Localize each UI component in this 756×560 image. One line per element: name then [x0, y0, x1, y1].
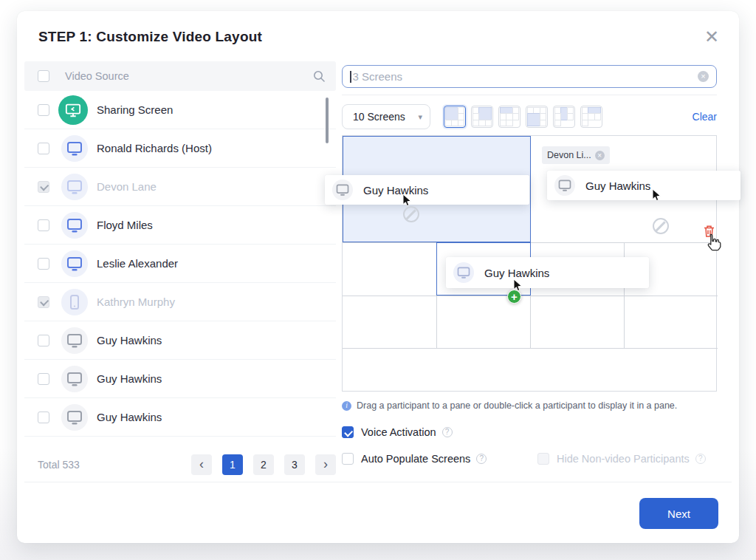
clear-input-icon[interactable]: × — [698, 71, 709, 82]
monitor-icon — [61, 135, 88, 162]
prev-page-button[interactable]: ‹ — [191, 454, 212, 475]
layout-thumbnail-big-top-right[interactable] — [471, 106, 493, 128]
participant-checkbox[interactable] — [38, 143, 49, 154]
layout-thumbnail-big-top-left[interactable] — [444, 106, 466, 128]
info-icon: i — [342, 401, 351, 411]
participant-checkbox[interactable] — [38, 335, 49, 346]
help-icon: ? — [695, 454, 706, 464]
drag-ghost-participant: Guy Hawkins — [446, 257, 649, 288]
list-item[interactable]: Ronald Richards (Host) — [24, 129, 336, 168]
next-button[interactable]: Next — [639, 498, 718, 529]
footer-divider — [24, 482, 732, 482]
participant-name: Sharing Screen — [97, 103, 173, 116]
video-source-title: Video Source — [65, 70, 313, 82]
participant-name: Guy Hawkins — [97, 334, 162, 346]
text-caret — [350, 71, 351, 83]
list-item[interactable]: Guy Hawkins — [24, 360, 336, 398]
voice-activation-label: Voice Activation — [361, 426, 436, 438]
participant-name: Devon Lane — [97, 180, 157, 193]
customize-video-layout-dialog: STEP 1: Customize Video Layout ✕ Video S… — [17, 11, 739, 543]
hide-nonvideo-label: Hide Non-video Participants — [557, 453, 690, 465]
help-icon[interactable]: ? — [476, 454, 487, 464]
auto-populate-label: Auto Populate Screens — [361, 453, 470, 465]
participant-checkbox[interactable] — [38, 258, 49, 270]
page-button-1[interactable]: 1 — [222, 454, 243, 475]
close-icon[interactable]: ✕ — [701, 26, 723, 48]
list-item[interactable]: Kathryn Murphy — [24, 283, 336, 321]
drag-ghost-name: Guy Hawkins — [585, 180, 650, 192]
monitor-icon — [61, 404, 88, 431]
dialog-title: STEP 1: Customize Video Layout — [38, 29, 262, 45]
participant-name: Ronald Richards (Host) — [97, 142, 212, 154]
monitor-icon — [61, 366, 88, 392]
phone-icon — [61, 289, 88, 315]
monitor-icon — [554, 175, 575, 196]
mouse-cursor-icon — [513, 279, 523, 292]
hint-text: Drag a participant to a pane or double-c… — [357, 400, 677, 411]
list-item[interactable]: Guy Hawkins — [24, 398, 336, 437]
page-button-2[interactable]: 2 — [253, 454, 274, 475]
participant-checkbox[interactable] — [38, 104, 49, 116]
remove-tag-icon[interactable]: × — [595, 151, 605, 160]
layout-thumbnails — [444, 106, 602, 128]
layout-thumbnail-big-center[interactable] — [553, 106, 575, 128]
monitor-icon — [61, 212, 88, 239]
layout-thumbnail-big-bottom-left[interactable] — [526, 106, 548, 128]
participant-name: Guy Hawkins — [97, 372, 162, 385]
mouse-cursor-icon — [402, 194, 412, 207]
assigned-participant-tag: Devon Li... × — [542, 146, 610, 164]
participant-checkbox[interactable] — [38, 296, 49, 308]
monitor-icon — [332, 180, 353, 200]
list-item[interactable]: Guy Hawkins — [24, 321, 336, 360]
layout-thumbnail-big-top-wide[interactable] — [498, 106, 520, 128]
total-count: Total 533 — [38, 459, 181, 471]
video-source-header: Video Source — [24, 61, 336, 91]
next-page-button[interactable]: › — [315, 454, 336, 475]
search-value: 3 Screens — [353, 70, 698, 83]
grid-line — [343, 348, 718, 349]
hide-nonvideo-option: Hide Non-video Participants ? — [537, 453, 706, 465]
drag-ghost-name: Guy Hawkins — [484, 267, 549, 279]
tag-label: Devon Li... — [547, 150, 591, 160]
chevron-down-icon: ▾ — [418, 112, 422, 122]
voice-activation-checkbox[interactable] — [342, 426, 354, 438]
layout-thumbnail-big-top-center[interactable] — [580, 106, 602, 128]
monitor-icon — [61, 327, 88, 354]
video-source-panel: Video Source Sharing Screen Ronald Rich — [24, 61, 336, 482]
list-scrollbar[interactable] — [326, 98, 329, 143]
monitor-icon — [453, 262, 474, 283]
hide-nonvideo-checkbox — [537, 453, 549, 465]
participant-name: Leslie Alexander — [97, 257, 178, 270]
no-drop-icon — [403, 206, 419, 222]
list-item[interactable]: Devon Lane — [24, 168, 336, 206]
no-drop-icon — [653, 218, 669, 234]
participant-checkbox[interactable] — [38, 412, 49, 423]
auto-populate-checkbox[interactable] — [342, 453, 354, 465]
list-item[interactable]: Leslie Alexander — [24, 245, 336, 283]
search-icon[interactable] — [313, 70, 326, 83]
select-all-checkbox[interactable] — [38, 70, 49, 82]
drag-ghost-name: Guy Hawkins — [363, 184, 428, 197]
participant-name: Floyd Miles — [97, 219, 153, 231]
auto-populate-option: Auto Populate Screens ? — [342, 453, 487, 465]
mouse-cursor-icon — [652, 188, 662, 202]
participant-checkbox[interactable] — [38, 219, 49, 231]
help-icon[interactable]: ? — [442, 427, 453, 437]
screens-search-input[interactable]: 3 Screens × — [342, 65, 717, 88]
screens-count-select[interactable]: 10 Screens ▾ — [342, 104, 430, 129]
participant-name: Kathryn Murphy — [97, 296, 175, 308]
participant-checkbox[interactable] — [38, 181, 49, 193]
drag-ghost-participant: Guy Hawkins — [547, 171, 740, 200]
hand-cursor-icon — [705, 233, 723, 252]
pagination: Total 533 ‹ 1 2 3 › — [24, 447, 336, 482]
hint-row: i Drag a participant to a pane or double… — [342, 400, 677, 411]
participant-name: Guy Hawkins — [97, 411, 162, 423]
clear-layout-link[interactable]: Clear — [693, 111, 717, 123]
participant-checkbox[interactable] — [38, 373, 49, 385]
list-item[interactable]: Sharing Screen — [24, 91, 336, 129]
panel-divider — [342, 95, 717, 95]
page-button-3[interactable]: 3 — [284, 454, 305, 475]
drag-ghost-participant: Guy Hawkins — [325, 175, 529, 205]
list-item[interactable]: Floyd Miles — [24, 206, 336, 245]
screens-count-value: 10 Screens — [353, 111, 418, 123]
